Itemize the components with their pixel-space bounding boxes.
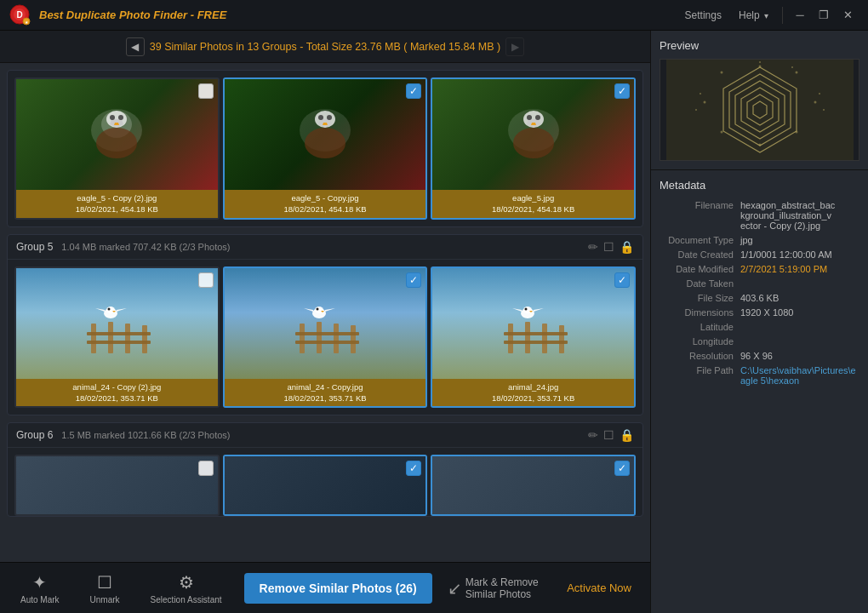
scroll-area[interactable]: eagle_5 - Copy (2).jpg 18/02/2021, 454.1… bbox=[0, 63, 650, 562]
group-lock-icon[interactable]: 🔒 bbox=[620, 428, 634, 442]
svg-point-65 bbox=[819, 93, 820, 95]
meta-modified-key: Date Modified bbox=[660, 264, 740, 274]
svg-point-68 bbox=[700, 93, 701, 95]
selection-assistant-button[interactable]: ⚙ Selection Assistant bbox=[139, 567, 234, 610]
photo-card[interactable]: animal_24 - Copy (2).jpg 18/02/2021, 353… bbox=[14, 266, 220, 409]
photo-checkbox[interactable]: ✓ bbox=[614, 83, 630, 99]
svg-text:D: D bbox=[16, 10, 22, 20]
svg-point-63 bbox=[759, 61, 761, 63]
photo-info: eagle_5.jpg 18/02/2021, 454.18 KB bbox=[432, 190, 634, 218]
bottom-toolbar: ✦ Auto Mark ☐ Unmark ⚙ Selection Assista… bbox=[0, 562, 650, 613]
photo-checkbox[interactable]: ✓ bbox=[406, 83, 421, 99]
meta-filepath-value[interactable]: C:\Users\vaibhav\Pictures\eagle 5\hexaon bbox=[740, 365, 859, 386]
app-title: Best Duplicate Photo Finder - FREE bbox=[39, 9, 226, 21]
meta-dimensions-key: Dimensions bbox=[660, 307, 740, 318]
meta-longitude-value bbox=[740, 336, 859, 347]
photo-meta: 18/02/2021, 353.71 KB bbox=[229, 392, 422, 404]
group-edit-icon[interactable]: ✏ bbox=[588, 240, 598, 254]
svg-rect-22 bbox=[108, 322, 113, 353]
svg-point-9 bbox=[118, 115, 123, 120]
right-panel: Preview bbox=[651, 31, 868, 613]
svg-point-57 bbox=[814, 101, 816, 104]
activate-now-button[interactable]: Activate Now bbox=[557, 575, 642, 601]
forward-button[interactable]: ▶ bbox=[505, 37, 524, 56]
group-5-photo-row: animal_24 - Copy (2).jpg 18/02/2021, 353… bbox=[8, 260, 642, 415]
photo-checkbox[interactable] bbox=[198, 83, 214, 99]
info-text: 39 Similar Photos in 13 Groups - Total S… bbox=[150, 41, 500, 53]
photo-card[interactable]: ✓ bbox=[223, 266, 428, 409]
photo-checkbox[interactable] bbox=[198, 461, 214, 476]
svg-point-56 bbox=[795, 72, 797, 74]
svg-point-28 bbox=[106, 306, 115, 313]
svg-point-46 bbox=[523, 306, 532, 313]
back-button[interactable]: ◀ bbox=[126, 37, 145, 56]
photo-checkbox[interactable] bbox=[198, 272, 214, 288]
photo-card[interactable]: ✓ bbox=[431, 455, 636, 516]
meta-created-key: Date Created bbox=[660, 249, 740, 260]
meta-latitude-row: Latitude bbox=[660, 322, 859, 332]
photo-card[interactable]: ✓ bbox=[431, 266, 636, 409]
group-select-icon[interactable]: ☐ bbox=[603, 428, 614, 442]
svg-point-15 bbox=[305, 128, 345, 158]
photo-meta: 18/02/2021, 353.71 KB bbox=[437, 392, 630, 404]
metadata-title: Metadata bbox=[660, 179, 859, 192]
svg-rect-39 bbox=[508, 324, 513, 353]
svg-point-47 bbox=[524, 307, 527, 310]
help-button[interactable]: Help ▾ bbox=[730, 6, 777, 25]
meta-filename-value: hexagon_abstract_background_illustration… bbox=[740, 200, 859, 231]
photo-card[interactable]: eagle_5 - Copy (2).jpg 18/02/2021, 454.1… bbox=[14, 77, 220, 220]
svg-point-10 bbox=[96, 128, 137, 158]
titlebar: D ★ Best Duplicate Photo Finder - FREE S… bbox=[0, 0, 868, 31]
meta-latitude-key: Latitude bbox=[660, 322, 740, 332]
photo-card[interactable] bbox=[14, 455, 220, 516]
photo-checkbox[interactable]: ✓ bbox=[406, 272, 421, 288]
photo-image bbox=[432, 79, 634, 190]
meta-modified-row: Date Modified 2/7/2021 5:19:00 PM bbox=[660, 264, 859, 274]
minimize-button[interactable]: ─ bbox=[788, 3, 812, 27]
svg-rect-40 bbox=[525, 322, 530, 353]
photo-card[interactable]: ✓ bbox=[431, 77, 636, 220]
group-6-name: Group 6 bbox=[16, 429, 53, 441]
group-lock-icon[interactable]: 🔒 bbox=[620, 240, 634, 254]
group-6-photo-row: ✓ ✓ bbox=[8, 448, 642, 516]
unmark-button[interactable]: ☐ Unmark bbox=[78, 567, 132, 610]
photo-filename: eagle_5 - Copy.jpg bbox=[229, 192, 422, 203]
group-6-actions: ✏ ☐ 🔒 bbox=[588, 428, 634, 442]
group-5-actions: ✏ ☐ 🔒 bbox=[588, 240, 634, 254]
unmark-icon: ☐ bbox=[97, 572, 112, 593]
close-button[interactable]: ✕ bbox=[836, 3, 859, 27]
svg-rect-26 bbox=[87, 341, 151, 344]
meta-doctype-row: Document Type jpg bbox=[660, 235, 859, 245]
photo-meta: 18/02/2021, 454.18 KB bbox=[20, 203, 214, 215]
group-5-name: Group 5 bbox=[16, 241, 53, 253]
settings-button[interactable]: Settings bbox=[677, 6, 730, 25]
metadata-section: Metadata Filename hexagon_abstract_backg… bbox=[651, 170, 868, 613]
group-edit-icon[interactable]: ✏ bbox=[588, 428, 598, 442]
auto-mark-button[interactable]: ✦ Auto Mark bbox=[9, 567, 71, 610]
remove-similar-button[interactable]: Remove Similar Photos (26) bbox=[244, 573, 432, 604]
svg-rect-33 bbox=[351, 325, 356, 353]
group-5-info: 1.04 MB marked 707.42 KB (2/3 Photos) bbox=[61, 242, 588, 252]
photo-image bbox=[16, 79, 218, 190]
meta-doctype-key: Document Type bbox=[660, 235, 740, 245]
photo-checkbox[interactable]: ✓ bbox=[614, 461, 630, 476]
app-logo: D ★ bbox=[9, 3, 32, 27]
photo-filename: eagle_5.jpg bbox=[437, 192, 630, 203]
photo-card[interactable]: ✓ bbox=[223, 77, 428, 220]
group-select-icon[interactable]: ☐ bbox=[603, 240, 614, 254]
restore-button[interactable]: ❐ bbox=[812, 3, 836, 27]
photo-checkbox[interactable]: ✓ bbox=[406, 461, 421, 476]
svg-point-55 bbox=[758, 66, 761, 68]
arrow-icon: ↙ bbox=[448, 578, 462, 599]
meta-latitude-value bbox=[740, 322, 859, 332]
photo-checkbox[interactable]: ✓ bbox=[614, 272, 630, 288]
meta-taken-row: Date Taken bbox=[660, 278, 859, 289]
svg-rect-42 bbox=[559, 325, 564, 353]
meta-taken-key: Date Taken bbox=[660, 278, 740, 289]
meta-resolution-key: Resolution bbox=[660, 351, 740, 361]
photo-info: eagle_5 - Copy.jpg 18/02/2021, 454.18 KB bbox=[225, 190, 426, 218]
photo-filename: animal_24.jpg bbox=[437, 381, 630, 392]
meta-created-row: Date Created 1/1/0001 12:00:00 AM bbox=[660, 249, 859, 260]
photo-card[interactable]: ✓ bbox=[223, 455, 428, 516]
meta-filesize-row: File Size 403.6 KB bbox=[660, 293, 859, 303]
